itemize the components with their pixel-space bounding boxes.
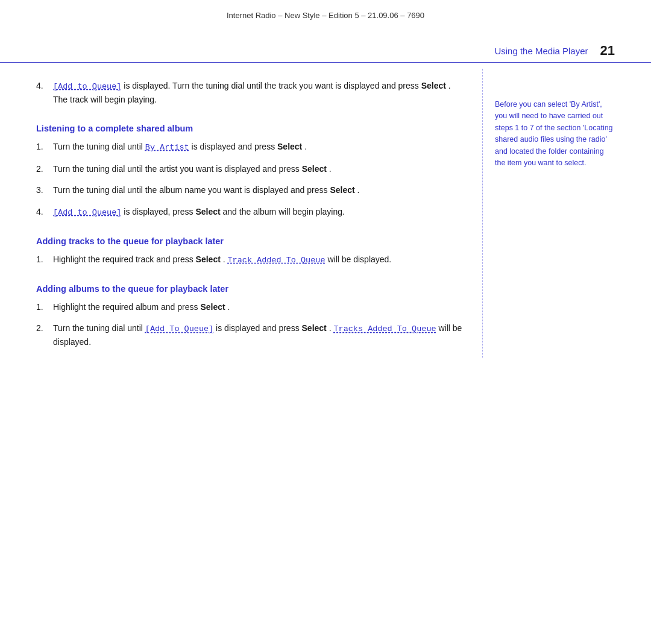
- display-add-to-queue-1: [Add to Queue]: [53, 208, 121, 217]
- step-text: Highlight the required album and press: [53, 302, 200, 312]
- display-track-added: Track Added To Queue: [228, 256, 326, 265]
- right-column: Before you can select 'By Artist', you w…: [482, 69, 615, 358]
- step-text-end: will be displayed.: [327, 254, 391, 264]
- top-step: 4. [Add to Queue] is displayed. Turn the…: [36, 80, 464, 107]
- bold-select: Select: [302, 164, 327, 174]
- list-item: 4. [Add to Queue] is displayed, press Se…: [36, 206, 464, 219]
- step-num: 4.: [36, 80, 53, 107]
- step-text: is displayed and press: [192, 142, 277, 151]
- bold-select: Select: [195, 207, 220, 216]
- display-by-artist: By Artist: [145, 143, 189, 152]
- step-content: Turn the tuning dial until [Add To Queue…: [53, 322, 464, 349]
- step-text-end: .: [357, 185, 360, 195]
- list-item: 3. Turn the tuning dial until the album …: [36, 184, 464, 197]
- section-heading-2: Adding tracks to the queue for playback …: [36, 236, 464, 246]
- bold-select: Select: [196, 254, 221, 264]
- step-content: Highlight the required album and press S…: [53, 301, 464, 314]
- page-header: Internet Radio – New Style – Edition 5 –…: [0, 0, 651, 26]
- step-text: is displayed and press: [216, 323, 301, 333]
- step-text: Turn the tuning dial until: [53, 323, 145, 333]
- step-text-end: and the album will begin playing.: [223, 207, 345, 216]
- main-content: 4. [Add to Queue] is displayed. Turn the…: [0, 69, 651, 382]
- list-item: 1. Highlight the required album and pres…: [36, 301, 464, 314]
- step-text: Turn the tuning dial until the artist yo…: [53, 164, 302, 174]
- display-add-to-queue-2: [Add To Queue]: [145, 324, 213, 333]
- step-text: is displayed, press: [124, 207, 195, 216]
- step-content: [Add to Queue] is displayed, press Selec…: [53, 206, 464, 219]
- step-text: Turn the tuning dial until: [53, 142, 145, 151]
- step-text: is displayed. Turn the tuning dial until…: [124, 81, 421, 90]
- bold-select: Select: [302, 323, 327, 333]
- step-num: 4.: [36, 206, 53, 219]
- bold-select: Select: [330, 185, 354, 195]
- section-1-list: 1. Turn the tuning dial until By Artist …: [36, 140, 464, 219]
- list-item: 2. Turn the tuning dial until [Add To Qu…: [36, 322, 464, 349]
- step-num: 3.: [36, 184, 53, 197]
- section-2-list: 1. Highlight the required track and pres…: [36, 253, 464, 267]
- section-heading-1: Listening to a complete shared album: [36, 124, 464, 133]
- step-num: 2.: [36, 163, 53, 176]
- step-text-end: .: [329, 164, 332, 174]
- bold-select: Select: [277, 142, 302, 151]
- step-content: Turn the tuning dial until the artist yo…: [53, 163, 464, 176]
- page-container: Internet Radio – New Style – Edition 5 –…: [0, 0, 651, 644]
- left-column: 4. [Add to Queue] is displayed. Turn the…: [36, 69, 482, 358]
- step-num: 1.: [36, 140, 53, 154]
- section-3-list: 1. Highlight the required album and pres…: [36, 301, 464, 349]
- header-title: Internet Radio – New Style – Edition 5 –…: [227, 11, 424, 20]
- side-note: Before you can select 'By Artist', you w…: [495, 99, 615, 169]
- step-text: Turn the tuning dial until the album nam…: [53, 185, 330, 195]
- step-content: Turn the tuning dial until the album nam…: [53, 184, 464, 197]
- page-number: 21: [600, 43, 615, 58]
- step-content: Turn the tuning dial until By Artist is …: [53, 140, 464, 154]
- step-text-end: .: [228, 302, 230, 312]
- bold-select: Select: [421, 81, 446, 90]
- section-heading-3: Adding albums to the queue for playback …: [36, 284, 464, 294]
- section-header: Using the Media Player 21: [0, 26, 651, 63]
- bold-select: Select: [200, 302, 225, 312]
- step-num: 1.: [36, 253, 53, 267]
- step-content: [Add to Queue] is displayed. Turn the tu…: [53, 80, 464, 107]
- step-num: 2.: [36, 322, 53, 349]
- display-add-to-queue-0: [Add to Queue]: [53, 82, 121, 91]
- display-tracks-added: Tracks Added To Queue: [333, 324, 436, 333]
- step-text: Highlight the required track and press: [53, 254, 196, 264]
- step-text-end: .: [304, 142, 307, 151]
- list-item: 1. Turn the tuning dial until By Artist …: [36, 140, 464, 154]
- step-num: 1.: [36, 301, 53, 314]
- step-content: Highlight the required track and press S…: [53, 253, 464, 267]
- section-title: Using the Media Player: [494, 46, 588, 56]
- step-text: .: [223, 254, 228, 264]
- list-item: 1. Highlight the required track and pres…: [36, 253, 464, 267]
- list-item: 2. Turn the tuning dial until the artist…: [36, 163, 464, 176]
